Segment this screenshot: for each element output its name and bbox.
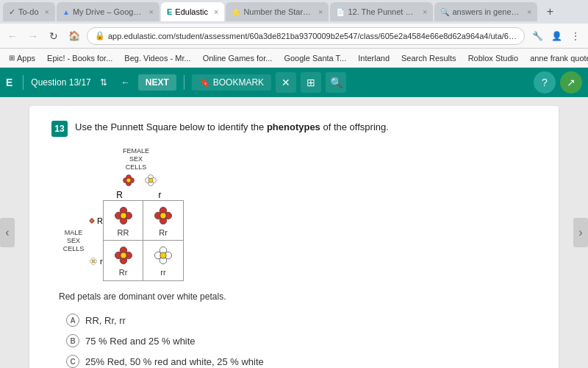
choice-C-text: 25% Red, 50 % red and white, 25 % white xyxy=(85,356,264,367)
question-text-after: of the offspring. xyxy=(320,121,389,132)
row-header-R: R xyxy=(97,216,103,225)
choice-A-text: RR, Rr, rr xyxy=(85,315,126,326)
bookmark-interland-label: Interland xyxy=(358,54,390,63)
tab-edulastic-close[interactable]: × xyxy=(214,7,218,16)
male-flower-r xyxy=(88,256,98,266)
bookmark-roblox[interactable]: Roblox Studio xyxy=(464,52,523,64)
tab-punnet-icon: 📄 xyxy=(336,8,345,16)
help-button[interactable]: ? xyxy=(534,71,556,93)
tab-numberstars[interactable]: ⭐ Number the Stars Quotes × × xyxy=(226,2,329,21)
bookmark-apps[interactable]: ⊞ Apps xyxy=(4,52,40,64)
tab-drive-icon: ▲ xyxy=(62,8,70,16)
reload-button[interactable]: ↻ xyxy=(46,28,62,44)
tab-bar: ✓ To-do × ▲ My Drive – Google Drive × E … xyxy=(0,0,588,24)
next-button[interactable]: NEXT xyxy=(138,74,176,91)
extensions-button[interactable]: 🔧 xyxy=(529,28,545,44)
apps-icon: ⊞ xyxy=(9,54,15,62)
app-bar-divider2 xyxy=(184,75,184,90)
url-text: app.edulastic.com/student/assessment/60a… xyxy=(108,32,517,40)
bookmark-annefrank-label: anne frank quotes... xyxy=(530,54,588,63)
cell-Rr-top-label: Rr xyxy=(159,228,168,237)
choice-A[interactable]: A RR, Rr, rr xyxy=(66,314,537,327)
tab-punnet[interactable]: 📄 12. The Punnet square bel... × xyxy=(330,2,433,21)
bookmark-icon: 🔖 xyxy=(199,77,210,88)
cell-rr-label: rr xyxy=(160,268,165,277)
address-bar: ← → ↻ 🏠 🔒 app.edulastic.com/student/asse… xyxy=(0,24,588,49)
bookmark-button[interactable]: 🔖 BOOKMARK xyxy=(192,74,271,91)
app-logo: E xyxy=(6,77,12,88)
lock-icon: 🔒 xyxy=(95,31,105,40)
cell-RR-label: RR xyxy=(118,228,129,237)
question-bold-word: phenotypes xyxy=(267,121,320,132)
tab-answers-close[interactable]: × xyxy=(527,7,531,16)
tab-answers[interactable]: 🔍 answers in genesis - Goo... × xyxy=(434,2,537,21)
choice-B-circle: B xyxy=(66,334,79,347)
choice-A-circle: A xyxy=(66,314,79,327)
info-text: Red petals are dominant over white petal… xyxy=(59,291,537,302)
bookmark-games-label: Online Games for... xyxy=(203,54,273,63)
profile-button[interactable]: 👤 xyxy=(548,28,564,44)
bookmarks-bar: ⊞ Apps Epic! - Books for... Beg. Videos … xyxy=(0,49,588,68)
tab-todo-label: To-do xyxy=(18,7,39,16)
tab-edulastic-icon: E xyxy=(167,7,172,16)
right-buttons: ? ↗ xyxy=(534,71,582,93)
tab-edulastic[interactable]: E Edulastic × xyxy=(161,2,224,21)
content-area: ‹ › 13 Use the Punnett Square below to i… xyxy=(0,97,588,368)
grid-action-button[interactable]: ⊞ xyxy=(301,72,321,93)
more-button[interactable]: ⋮ xyxy=(567,28,584,44)
choice-B[interactable]: B 75 % Red and 25 % white xyxy=(66,334,537,347)
question-updown-button[interactable]: ⇅ xyxy=(94,73,113,92)
bookmark-santa[interactable]: Google Santa T... xyxy=(279,52,351,64)
tab-numberstars-close[interactable]: × xyxy=(318,7,323,16)
col-header-R: R xyxy=(99,190,140,200)
bookmark-epic[interactable]: Epic! - Books for... xyxy=(43,52,117,64)
tab-todo-close[interactable]: × xyxy=(45,7,49,16)
tab-numberstars-icon: ⭐ xyxy=(232,8,240,16)
choice-C-circle: C xyxy=(66,355,79,368)
prev-question-button[interactable]: ← xyxy=(116,73,135,92)
forward-button[interactable]: → xyxy=(25,28,41,44)
search-action-button[interactable]: 🔍 xyxy=(326,72,346,93)
back-button[interactable]: ← xyxy=(4,28,21,44)
bookmark-label: BOOKMARK xyxy=(213,77,264,88)
svg-point-9 xyxy=(148,178,153,183)
choice-C[interactable]: C 25% Red, 50 % red and white, 25 % whit… xyxy=(66,355,537,368)
cell-RR: RR xyxy=(103,200,143,241)
bookmark-apps-label: Apps xyxy=(17,54,35,63)
bookmark-games[interactable]: Online Games for... xyxy=(198,52,277,64)
punnett-diagram: FEMALESEXCELLS xyxy=(59,147,184,281)
bookmark-epic-label: Epic! - Books for... xyxy=(47,54,112,63)
svg-point-19 xyxy=(120,213,126,219)
tab-todo[interactable]: ✓ To-do × xyxy=(3,2,55,21)
bookmark-roblox-label: Roblox Studio xyxy=(468,54,519,63)
url-bar[interactable]: 🔒 app.edulastic.com/student/assessment/6… xyxy=(87,27,525,45)
svg-point-34 xyxy=(120,252,126,258)
tab-answers-icon: 🔍 xyxy=(440,8,449,16)
svg-point-24 xyxy=(160,213,166,219)
bookmark-search[interactable]: Search Results xyxy=(397,52,461,64)
bookmark-annefrank[interactable]: anne frank quotes... xyxy=(526,52,588,64)
bookmark-videos-label: Beg. Videos - Mr... xyxy=(124,54,190,63)
submit-button[interactable]: ↗ xyxy=(560,71,582,93)
left-nav-arrow[interactable]: ‹ xyxy=(0,218,15,247)
close-action-button[interactable]: ✕ xyxy=(276,72,296,93)
right-nav-arrow[interactable]: › xyxy=(573,218,588,247)
female-flower-r-small xyxy=(143,172,159,188)
bookmark-interland[interactable]: Interland xyxy=(354,52,394,64)
tab-punnet-close[interactable]: × xyxy=(423,7,427,16)
home-button[interactable]: 🏠 xyxy=(66,28,82,44)
svg-point-4 xyxy=(126,178,131,183)
question-header: 13 Use the Punnett Square below to ident… xyxy=(51,121,537,137)
bookmark-videos[interactable]: Beg. Videos - Mr... xyxy=(120,52,195,64)
tab-todo-icon: ✓ xyxy=(9,7,15,17)
tab-drive-close[interactable]: × xyxy=(149,7,154,16)
app-bar-divider xyxy=(23,75,24,90)
new-tab-button[interactable]: + xyxy=(542,4,558,20)
cell-Rr-top: Rr xyxy=(143,200,184,241)
cell-Rr-top-flower xyxy=(152,205,174,227)
cell-Rr-bottom: Rr xyxy=(103,241,143,281)
cell-Rr-bottom-flower xyxy=(112,244,135,266)
male-label: MALESEXCELLS xyxy=(63,229,85,252)
female-flower-r xyxy=(121,172,137,188)
tab-drive[interactable]: ▲ My Drive – Google Drive × xyxy=(57,2,159,21)
